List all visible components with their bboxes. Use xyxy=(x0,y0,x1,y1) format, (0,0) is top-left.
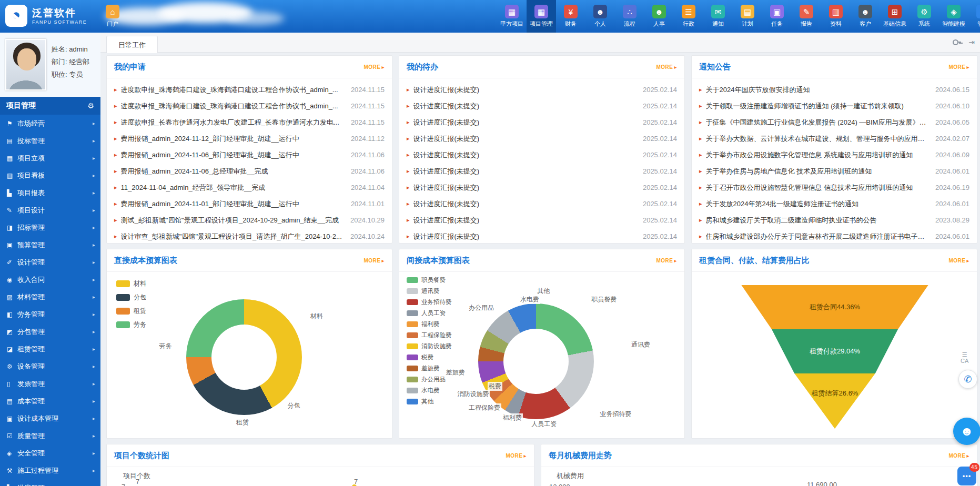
sidebar-menu-item[interactable]: ◧ 劳务管理 ▸ xyxy=(0,306,100,323)
chat-button[interactable]: ••• 45 xyxy=(957,467,976,485)
nav-module-item[interactable]: ¥ 财务 xyxy=(556,0,585,33)
list-item[interactable]: ▸ 进度款申报_长春市伊通河水力发电厂改建工程_长春市伊通河水力发电... 20… xyxy=(107,114,392,130)
legend-item[interactable]: 材料 xyxy=(116,279,146,288)
more-link[interactable]: MORE▸ xyxy=(506,453,527,459)
key-icon[interactable] xyxy=(953,38,961,46)
sidebar-menu-item[interactable]: ✎ 项目设计 ▸ xyxy=(0,201,100,219)
nav-module-item[interactable]: ✎ 报告 xyxy=(792,0,821,33)
more-link[interactable]: MORE▸ xyxy=(948,258,969,264)
sidebar-menu-item[interactable]: ▙ 进度管理 ▸ xyxy=(0,479,100,486)
nav-module-item[interactable]: ▣ 任务 xyxy=(762,0,792,33)
list-item[interactable]: ▸ 11_2024-11-04_admin_经营部_领导审批__完成 2024.… xyxy=(107,179,392,196)
qq-service-button[interactable]: ☻ xyxy=(953,418,980,445)
more-link[interactable]: MORE▸ xyxy=(656,258,677,264)
legend-item[interactable]: 业务招待费 xyxy=(407,298,452,306)
legend-item[interactable]: 消防设施费 xyxy=(407,342,452,350)
list-item[interactable]: ▸ 关于举办市政公用设施数字化管理信息 系统建设与应用培训班的通知 2024.0… xyxy=(692,147,977,163)
list-item[interactable]: ▸ 设计进度汇报(未提交) 2025.02.14 xyxy=(399,98,684,114)
list-item[interactable]: ▸ 设计进度汇报(未提交) 2025.02.14 xyxy=(399,130,684,147)
legend-item[interactable]: 人员工资 xyxy=(407,309,452,317)
nav-module-item[interactable]: ▦ 项目管理 xyxy=(527,0,556,33)
sidebar-menu-item[interactable]: ⚒ 施工过程管理 ▸ xyxy=(0,462,100,479)
nav-module-item[interactable]: ☻ 个人 xyxy=(585,0,615,33)
list-item[interactable]: ▸ 于征集《中国建筑施工行业信息化发展报告 (2024) —BIM应用与发展》材… xyxy=(692,114,977,130)
nav-module-item[interactable]: ⚙ 系统 xyxy=(910,0,939,33)
nav-module-item[interactable]: ⊞ 基础信息 xyxy=(880,0,910,33)
nav-module-item[interactable]: ✉ 通知 xyxy=(703,0,733,33)
more-link[interactable]: MORE▸ xyxy=(948,64,969,70)
list-item[interactable]: ▸ 设计进度汇报(未提交) 2025.02.14 xyxy=(399,196,684,212)
nav-module-item[interactable]: ☻ 客户 xyxy=(851,0,880,33)
sidebar-menu-item[interactable]: ☑ 质量管理 ▸ xyxy=(0,427,100,444)
sidebar-menu-item[interactable]: ▨ 材料管理 ▸ xyxy=(0,288,100,306)
sidebar-menu-item[interactable]: ⚑ 市场经营 ▸ xyxy=(0,115,100,132)
sidebar-menu-item[interactable]: ▣ 预算管理 ▸ xyxy=(0,236,100,254)
sidebar-menu-item[interactable]: ✐ 设计管理 ▸ xyxy=(0,254,100,271)
list-item[interactable]: ▸ 关于发放2024年第24批一级建造师注册证书的通知 2024.06.01 xyxy=(692,196,977,212)
legend-item[interactable]: 水电费 xyxy=(407,387,452,394)
legend-item[interactable]: 职员餐费 xyxy=(407,276,452,284)
sidebar-menu-item[interactable]: ▤ 成本管理 ▸ xyxy=(0,392,100,410)
phone-support-button[interactable]: ✆ xyxy=(958,370,977,389)
nav-module-item[interactable]: ◈ 智能建模 xyxy=(939,0,968,33)
settings-gear-icon[interactable]: ⚙ xyxy=(87,102,94,110)
sidebar-menu-item[interactable]: ▯ 发票管理 ▸ xyxy=(0,375,100,392)
list-item[interactable]: ▸ 设计进度汇报(未提交) 2025.02.14 xyxy=(399,212,684,228)
legend-item[interactable]: 劳务 xyxy=(116,320,146,329)
nav-module-item[interactable]: ∴ 流程 xyxy=(615,0,644,33)
list-item[interactable]: ▸ 设计进度汇报(未提交) 2025.02.14 xyxy=(399,163,684,179)
list-item[interactable]: ▸ 进度款申报_珠海鹤港口建设_珠海鹤港口建设工程合作协议书_admin_...… xyxy=(107,98,392,114)
list-item[interactable]: ▸ 设计进度汇报(未提交) 2025.02.14 xyxy=(399,179,684,196)
legend-item[interactable]: 分包 xyxy=(116,293,146,302)
list-item[interactable]: ▸ 住房和城乡建设部办公厅关于同意吉林省开展二级建造师注册证书电子化试点... … xyxy=(692,228,977,244)
nav-module-item[interactable]: ▤ 计划 xyxy=(733,0,762,33)
legend-item[interactable]: 福利费 xyxy=(407,320,452,328)
list-item[interactable]: ▸ 设计进度汇报(未提交) 2025.02.14 xyxy=(399,228,684,244)
sidebar-menu-item[interactable]: ▥ 项目看板 ▸ xyxy=(0,167,100,184)
nav-module-item[interactable]: ☻ 人事 xyxy=(644,0,674,33)
sidebar-menu-item[interactable]: ◉ 收入合同 ▸ xyxy=(0,271,100,288)
sidebar-menu-item[interactable]: ◪ 租赁管理 ▸ xyxy=(0,340,100,358)
list-item[interactable]: ▸ 费用报销_admin_2024-11-06_部门经理审批_胡建__运行中 2… xyxy=(107,147,392,163)
legend-item[interactable]: 工程保险费 xyxy=(407,331,452,339)
nav-item-portal[interactable]: ⌂ 门户 xyxy=(98,0,127,33)
list-item[interactable]: ▸ 费用报销_admin_2024-11-12_部门经理审批_胡建__运行中 2… xyxy=(107,130,392,147)
more-link[interactable]: MORE▸ xyxy=(363,258,385,264)
list-item[interactable]: ▸ 进度款申报_珠海鹤港口建设_珠海鹤港口建设工程合作协议书_admin_...… xyxy=(107,82,392,98)
list-item[interactable]: ▸ 关于举办住房与房地产信息化 技术及应用培训班的通知 2024.06.01 xyxy=(692,163,977,179)
more-link[interactable]: MORE▸ xyxy=(948,453,969,459)
list-item[interactable]: ▸ 关于召开市政公用设施智慧化管理信息 信息技术与应用培训班的通知 2024.0… xyxy=(692,179,977,196)
list-item[interactable]: ▸ 设计进度汇报(未提交) 2025.02.14 xyxy=(399,82,684,98)
sidebar-menu-item[interactable]: ◩ 分包管理 ▸ xyxy=(0,323,100,340)
list-item[interactable]: ▸ 关于领取一级注册建造师增项证书的通知 (须持一建证书前来领取) 2024.0… xyxy=(692,98,977,114)
sidebar-menu-item[interactable]: ▣ 设计成本管理 ▸ xyxy=(0,410,100,427)
list-item[interactable]: ▸ 设计审查_彭祖新城"四馆"景观工程设计项目_请选择_胡广生_2024-10-… xyxy=(107,228,392,244)
list-item[interactable]: ▸ 关于2024年国庆节放假安排的通知 2024.06.15 xyxy=(692,82,977,98)
nav-module-item[interactable]: ▥ 资料 xyxy=(821,0,851,33)
more-link[interactable]: MORE▸ xyxy=(363,64,385,70)
sidebar-menu-item[interactable]: ◨ 招标管理 ▸ xyxy=(0,219,100,236)
legend-item[interactable]: 其他 xyxy=(407,398,452,406)
sidebar-menu-item[interactable]: ◈ 安全管理 ▸ xyxy=(0,444,100,462)
legend-item[interactable]: 税费 xyxy=(407,353,452,361)
tab-daily-work[interactable]: 日常工作 xyxy=(106,36,158,53)
nav-module-item[interactable]: ❖ 管理 xyxy=(968,0,980,33)
list-item[interactable]: ▸ 设计进度汇报(未提交) 2025.02.14 xyxy=(399,114,684,130)
sidebar-menu-item[interactable]: ⚙ 设备管理 ▸ xyxy=(0,358,100,375)
legend-item[interactable]: 租赁 xyxy=(116,307,146,316)
sidebar-menu-item[interactable]: ▤ 投标管理 ▸ xyxy=(0,132,100,149)
list-item[interactable]: ▸ 关于举办大数据、云计算技术在城市建设、规划、管理与服务中的应用培训班... … xyxy=(692,130,977,147)
list-item[interactable]: ▸ 设计进度汇报(未提交) 2025.02.14 xyxy=(399,147,684,163)
legend-item[interactable]: 通讯费 xyxy=(407,287,452,295)
list-item[interactable]: ▸ 费用报销_admin_2024-11-01_部门经理审批_胡建__运行中 2… xyxy=(107,196,392,212)
list-item[interactable]: ▸ 费用报销_admin_2024-11-06_总经理审批__完成 2024.1… xyxy=(107,163,392,179)
sidebar-menu-item[interactable]: ▙ 项目报表 ▸ xyxy=(0,184,100,201)
ca-widget[interactable]: ☰ CA xyxy=(961,351,968,364)
nav-module-item[interactable]: ▦ 甲方项目 xyxy=(497,0,527,33)
list-item[interactable]: ▸ 房和城乡建设厅关于取消二级建造师临时执业证书的公告 2023.08.29 xyxy=(692,212,977,228)
collapse-icon[interactable]: ⇥ xyxy=(968,38,975,46)
nav-module-item[interactable]: ☰ 行政 xyxy=(674,0,703,33)
more-link[interactable]: MORE▸ xyxy=(656,64,677,70)
list-item[interactable]: ▸ 测试_彭祖新城"四馆"景观工程设计项目_2024-10-29_admin_结… xyxy=(107,212,392,228)
sidebar-menu-item[interactable]: ▦ 项目立项 ▸ xyxy=(0,149,100,167)
